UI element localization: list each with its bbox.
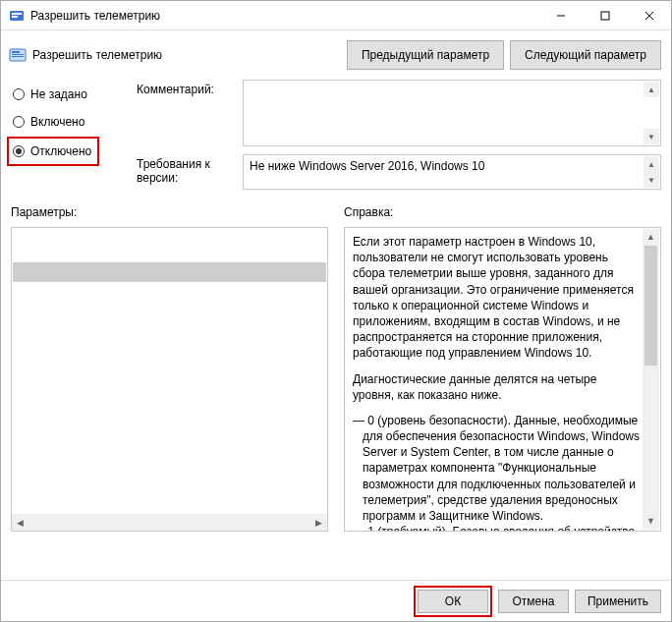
policy-editor-window: Разрешить телеметрию Разрешить телеметри… bbox=[0, 0, 672, 622]
dialog-footer: ОК Отмена Применить bbox=[1, 580, 671, 621]
state-radio-group: Не задано Включено Отключено bbox=[11, 80, 127, 190]
next-setting-button[interactable]: Следующий параметр bbox=[510, 40, 661, 70]
help-level-1: — 1 (требуемый). Базовые сведения об уст… bbox=[363, 524, 641, 532]
ok-button[interactable]: ОК bbox=[418, 590, 488, 613]
requirements-label: Требования к версии: bbox=[137, 154, 237, 185]
radio-label: Не задано bbox=[30, 87, 87, 101]
scroll-down-icon[interactable]: ▼ bbox=[644, 172, 659, 188]
comment-input[interactable]: ▲ ▼ bbox=[243, 80, 661, 146]
params-listbox[interactable]: ◀ ▶ bbox=[11, 227, 328, 532]
scroll-up-icon[interactable]: ▲ bbox=[644, 156, 659, 172]
vertical-scrollbar[interactable]: ▲ ▼ bbox=[643, 229, 659, 530]
app-icon bbox=[9, 8, 25, 24]
scroll-left-icon[interactable]: ◀ bbox=[12, 514, 28, 531]
help-label: Справка: bbox=[344, 205, 661, 219]
horizontal-scrollbar[interactable]: ◀ ▶ bbox=[12, 514, 327, 531]
help-paragraph: Диагностические данные делятся на четыре… bbox=[353, 371, 641, 403]
radio-icon bbox=[13, 145, 25, 157]
svg-rect-1 bbox=[12, 13, 22, 15]
help-level-0: — 0 (уровень безопасности). Данные, необ… bbox=[363, 413, 641, 524]
header-row: Разрешить телеметрию Предыдущий параметр… bbox=[1, 30, 671, 80]
scroll-right-icon[interactable]: ▶ bbox=[310, 514, 327, 531]
svg-rect-9 bbox=[12, 54, 24, 55]
maximize-button[interactable] bbox=[583, 1, 627, 29]
list-selection bbox=[13, 262, 326, 282]
radio-label: Отключено bbox=[30, 144, 91, 158]
window-controls bbox=[538, 1, 671, 29]
requirements-value: Не ниже Windows Server 2016, Windows 10 bbox=[250, 159, 484, 173]
radio-enabled[interactable]: Включено bbox=[11, 111, 127, 133]
radio-label: Включено bbox=[30, 115, 84, 129]
svg-rect-2 bbox=[12, 16, 18, 18]
scroll-up-icon[interactable]: ▲ bbox=[643, 229, 659, 246]
prev-setting-button[interactable]: Предыдущий параметр bbox=[347, 40, 504, 70]
help-paragraph: Если этот параметр настроен в Windows 10… bbox=[353, 234, 641, 362]
comment-label: Комментарий: bbox=[137, 80, 237, 96]
ok-highlight: ОК bbox=[414, 586, 492, 617]
params-label: Параметры: bbox=[11, 205, 328, 219]
svg-rect-4 bbox=[601, 12, 609, 20]
help-text[interactable]: Если этот параметр настроен в Windows 10… bbox=[344, 227, 661, 532]
svg-rect-8 bbox=[12, 51, 20, 53]
radio-not-configured[interactable]: Не задано bbox=[11, 84, 127, 105]
policy-title: Разрешить телеметрию bbox=[32, 48, 162, 62]
policy-icon bbox=[9, 46, 27, 64]
cancel-button[interactable]: Отмена bbox=[498, 590, 569, 613]
close-button[interactable] bbox=[627, 1, 671, 29]
window-title: Разрешить телеметрию bbox=[30, 9, 538, 23]
radio-icon bbox=[13, 88, 25, 100]
scroll-down-icon[interactable]: ▼ bbox=[644, 129, 659, 144]
svg-rect-10 bbox=[12, 56, 24, 57]
selected-highlight: Отключено bbox=[7, 137, 99, 166]
radio-disabled[interactable]: Отключено bbox=[11, 141, 91, 162]
titlebar: Разрешить телеметрию bbox=[1, 1, 671, 30]
scroll-down-icon[interactable]: ▼ bbox=[643, 513, 659, 530]
scroll-up-icon[interactable]: ▲ bbox=[644, 82, 659, 97]
scroll-thumb[interactable] bbox=[644, 246, 657, 366]
apply-button[interactable]: Применить bbox=[575, 590, 661, 613]
radio-icon bbox=[13, 116, 25, 128]
requirements-box: Не ниже Windows Server 2016, Windows 10 … bbox=[243, 154, 661, 190]
minimize-button[interactable] bbox=[538, 1, 583, 29]
